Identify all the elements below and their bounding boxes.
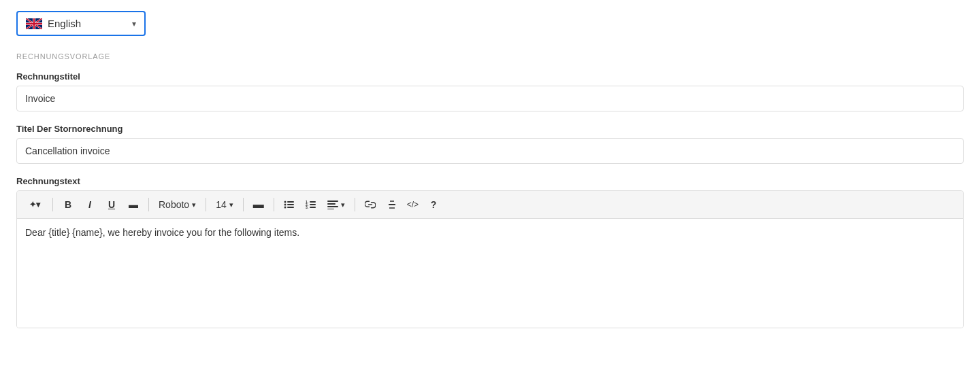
svg-point-1 — [284, 201, 286, 203]
bold-button[interactable]: B — [59, 195, 78, 214]
invoice-text-group: Rechnungstext ✦▾ B I U ▬ Roboto ▾ 14 ▾ — [16, 176, 964, 328]
cancellation-title-input[interactable] — [16, 138, 964, 164]
toolbar-separator-6 — [355, 198, 355, 211]
font-family-chevron: ▾ — [192, 201, 196, 209]
svg-rect-14 — [327, 203, 336, 205]
rich-text-editor: ✦▾ B I U ▬ Roboto ▾ 14 ▾ ▬ — [16, 190, 964, 328]
toolbar-separator-1 — [52, 198, 53, 211]
font-family-dropdown[interactable]: Roboto ▾ — [154, 195, 200, 214]
svg-text:3.: 3. — [306, 205, 309, 209]
svg-rect-2 — [287, 201, 294, 203]
italic-button[interactable]: I — [80, 195, 99, 214]
svg-point-3 — [284, 204, 286, 206]
language-selector-wrapper: English ▾ — [16, 11, 146, 36]
language-label: English — [48, 18, 127, 29]
link-icon — [365, 200, 376, 209]
editor-content[interactable]: Dear {title} {name}, we hereby invoice y… — [17, 219, 963, 328]
strikethrough-icon — [387, 200, 397, 209]
font-family-label: Roboto — [159, 199, 189, 210]
underline-button[interactable]: U — [102, 195, 121, 214]
unordered-list-button[interactable] — [280, 195, 299, 214]
toolbar-separator-5 — [274, 198, 274, 211]
font-size-label: 14 — [216, 199, 227, 210]
text-align-dropdown[interactable]: ▾ — [323, 195, 349, 214]
align-icon — [327, 200, 338, 209]
invoice-title-label: Rechnungstitel — [16, 71, 964, 82]
svg-rect-16 — [327, 209, 334, 209]
invoice-title-input[interactable] — [16, 86, 964, 111]
svg-rect-4 — [287, 204, 294, 205]
text-color-button[interactable]: ▬ — [249, 195, 268, 214]
toolbar-separator-2 — [148, 198, 149, 211]
magic-button[interactable]: ✦▾ — [22, 195, 47, 214]
svg-rect-6 — [287, 207, 294, 208]
unordered-list-icon — [284, 200, 295, 209]
ordered-list-icon: 1. 2. 3. — [306, 200, 316, 209]
align-chevron: ▾ — [341, 201, 345, 209]
invoice-title-group: Rechnungstitel — [16, 71, 964, 111]
svg-rect-12 — [310, 207, 316, 208]
svg-point-5 — [284, 207, 286, 209]
ordered-list-button[interactable]: 1. 2. 3. — [301, 195, 321, 214]
font-size-chevron: ▾ — [229, 201, 233, 209]
toolbar-separator-4 — [243, 198, 244, 211]
help-button[interactable]: ? — [424, 195, 443, 214]
language-selector[interactable]: English ▾ — [16, 11, 146, 36]
page-container: English ▾ RECHNUNGSVORLAGE Rechnungstite… — [0, 0, 980, 351]
link-button[interactable] — [361, 195, 380, 214]
editor-text: Dear {title} {name}, we hereby invoice y… — [25, 227, 299, 238]
font-size-dropdown[interactable]: 14 ▾ — [212, 195, 238, 214]
strikethrough-button[interactable] — [382, 195, 402, 214]
svg-rect-10 — [310, 204, 316, 205]
cancellation-title-group: Titel Der Stornorechnung — [16, 124, 964, 164]
toolbar-separator-3 — [206, 198, 206, 211]
cancellation-title-label: Titel Der Stornorechnung — [16, 124, 964, 134]
svg-rect-8 — [310, 201, 316, 203]
uk-flag-icon — [26, 18, 42, 29]
chevron-down-icon: ▾ — [132, 19, 136, 29]
svg-rect-15 — [327, 206, 338, 207]
section-label: RECHNUNGSVORLAGE — [16, 52, 964, 60]
editor-toolbar: ✦▾ B I U ▬ Roboto ▾ 14 ▾ ▬ — [17, 191, 963, 219]
highlight-button[interactable]: ▬ — [124, 195, 143, 214]
svg-rect-13 — [327, 201, 338, 202]
code-button[interactable]: </> — [404, 195, 421, 214]
invoice-text-label: Rechnungstext — [16, 176, 964, 186]
